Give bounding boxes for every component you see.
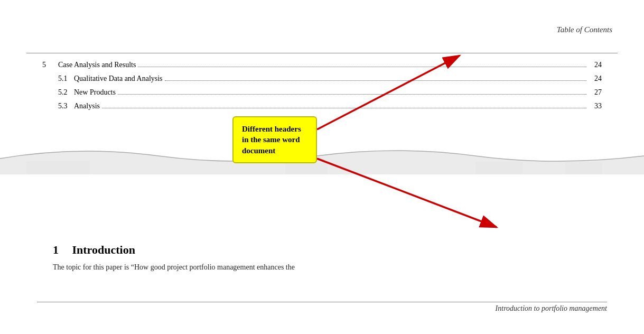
toc-entry-num: 5.2 <box>58 88 74 97</box>
doc-divider <box>37 302 607 302</box>
toc-label: Table of Contents <box>557 25 612 34</box>
callout-text: Different headers in the same word docum… <box>242 125 301 155</box>
intro-body: The topic for this paper is “How good pr… <box>53 263 602 272</box>
toc-row: 5.2 New Products 27 <box>42 88 602 97</box>
toc-row: 5 Case Analysis and Results 24 <box>42 61 602 69</box>
intro-title: Introduction <box>72 243 135 256</box>
toc-entry-title: Case Analysis and Results <box>58 61 136 69</box>
toc-entry-dots <box>102 108 586 108</box>
toc-row: 5.1 Qualitative Data and Analysis 24 <box>42 75 602 83</box>
toc-entry-num: 5.3 <box>58 102 74 110</box>
toc-entry-page: 33 <box>589 102 602 110</box>
callout-box: Different headers in the same word docum… <box>232 116 317 163</box>
toc-row: 5.3 Analysis 33 <box>42 102 602 110</box>
toc-divider-top <box>26 53 618 53</box>
toc-entry-title: New Products <box>74 88 116 97</box>
page-container: Table of Contents 5 Case Analysis and Re… <box>0 0 644 334</box>
toc-entries: 5 Case Analysis and Results 24 5.1 Quali… <box>42 61 602 116</box>
toc-entry-page: 27 <box>589 88 602 97</box>
toc-entry-page: 24 <box>589 75 602 83</box>
intro-section: 1 Introduction The topic for this paper … <box>53 243 602 272</box>
toc-entry-page: 24 <box>589 61 602 69</box>
toc-section: Table of Contents 5 Case Analysis and Re… <box>0 0 644 164</box>
toc-entry-title: Analysis <box>74 102 100 110</box>
toc-entry-num: 5 <box>42 61 58 69</box>
intro-heading: 1 Introduction <box>53 243 602 257</box>
toc-entry-dots <box>165 80 586 81</box>
toc-entry-dots <box>138 67 586 67</box>
toc-entry-title: Qualitative Data and Analysis <box>74 75 163 83</box>
doc-header-label: Introduction to portfolio management <box>496 304 607 313</box>
intro-number: 1 <box>53 243 59 256</box>
toc-entry-dots <box>118 94 586 95</box>
toc-entry-num: 5.1 <box>58 75 74 83</box>
